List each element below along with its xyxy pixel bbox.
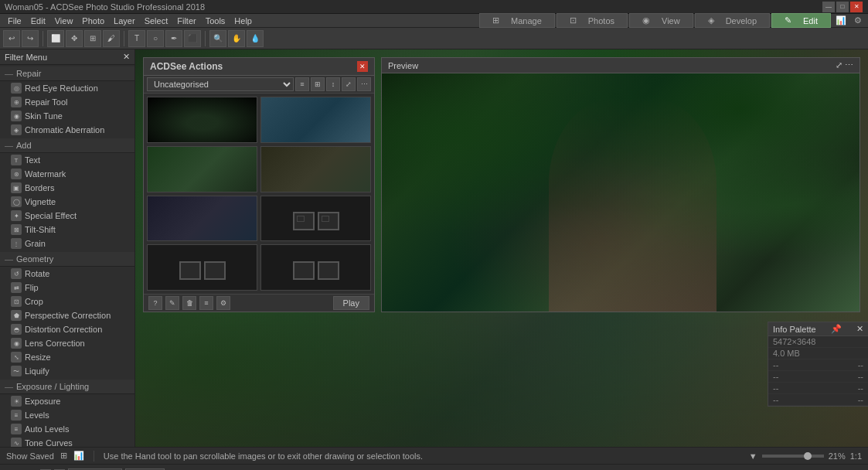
toolbar-btn-move[interactable]: ✥: [66, 30, 83, 47]
item-liquify[interactable]: 〜 Liquify: [0, 364, 134, 378]
item-lens[interactable]: ◉ Lens Correction: [0, 336, 134, 350]
actions-dialog: ACDSee Actions ✕ Uncategorised My Action…: [143, 57, 375, 312]
maximize-btn[interactable]: □: [836, 2, 849, 12]
toolbar-btn-2[interactable]: ↪: [22, 30, 39, 47]
item-flip[interactable]: ⇄ Flip: [0, 281, 134, 295]
menu-help[interactable]: Help: [230, 16, 257, 26]
menu-photo[interactable]: Photo: [77, 16, 109, 26]
action-duplicate-mask[interactable]: Duplicate + Mask: [260, 196, 371, 242]
filter-menu-header: Filter Menu ✕: [0, 49, 134, 65]
item-tone-curves[interactable]: ∿ Tone Curves: [0, 436, 134, 447]
action-dehaze[interactable]: Dehaze ✦✦: [260, 97, 371, 143]
item-chromatic[interactable]: ◈ Chromatic Aberration: [0, 123, 134, 137]
show-saved-icon2[interactable]: 📊: [73, 451, 84, 461]
item-levels[interactable]: ≡ Levels: [0, 408, 134, 422]
menu-tools[interactable]: Tools: [201, 16, 230, 26]
filter-menu-close[interactable]: ✕: [123, 52, 130, 62]
close-btn[interactable]: ✕: [850, 2, 863, 12]
menu-filter[interactable]: Filter: [172, 16, 200, 26]
toolbar-btn-shape[interactable]: ○: [147, 30, 164, 47]
toolbar-btn-1[interactable]: ↩: [3, 30, 20, 47]
section-geometry[interactable]: Geometry: [0, 252, 134, 267]
item-rotate[interactable]: ↺ Rotate: [0, 267, 134, 281]
tab-photos[interactable]: ⊡ Photos: [557, 13, 628, 28]
toolbar-sort[interactable]: ↕: [326, 77, 340, 91]
toolbar-btn-text[interactable]: T: [128, 30, 145, 47]
zoom-thumb: [804, 452, 812, 460]
action-dark-vignette[interactable]: Dark Vignette: [147, 97, 257, 143]
toolbar-btn-zoom[interactable]: 🔍: [209, 30, 226, 47]
status-hint: Use the Hand tool to pan scrollable imag…: [104, 451, 743, 461]
item-text[interactable]: T Text: [0, 153, 134, 167]
minimize-btn[interactable]: —: [822, 2, 835, 12]
preview-expand-icon[interactable]: ⤢: [836, 60, 842, 70]
help-btn[interactable]: ?: [148, 296, 162, 310]
tab-develop[interactable]: ◈ Develop: [695, 13, 770, 28]
edit-action-btn[interactable]: ✎: [165, 296, 179, 310]
zoom-options-icon[interactable]: ▼: [749, 451, 757, 461]
item-skin[interactable]: ◉ Skin Tune: [0, 109, 134, 123]
action-blank-1[interactable]: [147, 244, 257, 291]
action-detail[interactable]: Detail ✦: [260, 146, 371, 192]
toolbar-btn-crop[interactable]: ⊞: [84, 30, 101, 47]
preview-titlebar: Preview ⤢ ⋯: [382, 58, 859, 73]
item-grain[interactable]: ⋮ Grain: [0, 237, 134, 250]
category-select[interactable]: Uncategorised My Actions All Actions: [147, 77, 294, 91]
gear-btn[interactable]: ⚙: [216, 296, 230, 310]
distortion-icon: ◓: [11, 324, 22, 335]
options-btn[interactable]: ≡: [199, 296, 213, 310]
item-distortion[interactable]: ◓ Distortion Correction: [0, 322, 134, 336]
dialog-close-btn[interactable]: ✕: [357, 61, 368, 72]
perspective-icon: ⬟: [11, 310, 22, 321]
zoom-slider[interactable]: [762, 455, 824, 458]
toolbar-btn-fill[interactable]: ⬛: [184, 30, 201, 47]
toolbar-list-view[interactable]: ≡: [295, 77, 309, 91]
toolbar-btn-pen[interactable]: ✒: [165, 30, 182, 47]
play-button[interactable]: Play: [333, 296, 369, 310]
action-drawing[interactable]: Drawing →: [147, 196, 257, 242]
toolbar-btn-hand[interactable]: ✋: [228, 30, 245, 47]
item-vignette[interactable]: ◯ Vignette: [0, 195, 134, 209]
item-auto-levels[interactable]: ≡ Auto Levels: [0, 422, 134, 436]
toolbar-expand[interactable]: ⤢: [342, 77, 356, 91]
toolbar-grid-view[interactable]: ⊞: [311, 77, 325, 91]
section-add[interactable]: Add: [0, 138, 134, 153]
action-thumb-detail: [261, 147, 370, 192]
settings-icon[interactable]: ⚙: [851, 15, 865, 26]
show-saved-icon1[interactable]: ⊞: [60, 451, 67, 461]
item-tilt-shift[interactable]: ⊠ Tilt-Shift: [0, 223, 134, 237]
tab-view[interactable]: ◉ View: [629, 13, 693, 28]
action-dehaze-color[interactable]: Dehaze and Color Adjust: [147, 146, 257, 192]
menu-layer[interactable]: Layer: [109, 16, 140, 26]
item-exposure[interactable]: ☀ Exposure: [0, 394, 134, 408]
delete-action-btn[interactable]: 🗑: [182, 296, 196, 310]
item-repair[interactable]: ⊕ Repair Tool: [0, 95, 134, 109]
center-area: ACDSee Actions ✕ Uncategorised My Action…: [135, 49, 868, 447]
item-watermark[interactable]: ⊛ Watermark: [0, 167, 134, 181]
toolbar-more[interactable]: ⋯: [357, 77, 371, 91]
section-repair[interactable]: Repair: [0, 66, 134, 81]
section-exposure[interactable]: Exposure / Lighting: [0, 380, 134, 394]
toolbar-btn-select[interactable]: ⬜: [47, 30, 64, 47]
item-perspective[interactable]: ⬟ Perspective Correction: [0, 308, 134, 322]
item-special-effect[interactable]: ✦ Special Effect: [0, 209, 134, 223]
preview-title: Preview: [388, 61, 418, 70]
menu-edit[interactable]: Edit: [26, 16, 50, 26]
grain-icon: ⋮: [11, 238, 22, 249]
menu-select[interactable]: Select: [140, 16, 173, 26]
tab-edit[interactable]: ✎ Edit: [771, 13, 831, 28]
tab-manage[interactable]: ⊞ Manage: [479, 13, 555, 28]
toolbar-btn-brush[interactable]: 🖌: [103, 30, 120, 47]
auto-levels-icon: ≡: [11, 424, 22, 434]
menu-view[interactable]: View: [50, 16, 78, 26]
item-red-eye[interactable]: ◎ Red Eye Reduction: [0, 81, 134, 95]
item-resize[interactable]: ⤡ Resize: [0, 350, 134, 364]
toolbar-btn-eyedrop[interactable]: 💧: [247, 30, 264, 47]
item-crop[interactable]: ⊡ Crop: [0, 295, 134, 308]
preview-options-icon[interactable]: ⋯: [845, 60, 853, 70]
menu-file[interactable]: File: [3, 16, 26, 26]
action-blank-2[interactable]: [260, 244, 371, 291]
menu-bar: File Edit View Photo Layer Select Filter…: [0, 14, 868, 28]
chart-icon[interactable]: 📊: [832, 15, 849, 26]
item-borders[interactable]: ▣ Borders: [0, 181, 134, 195]
